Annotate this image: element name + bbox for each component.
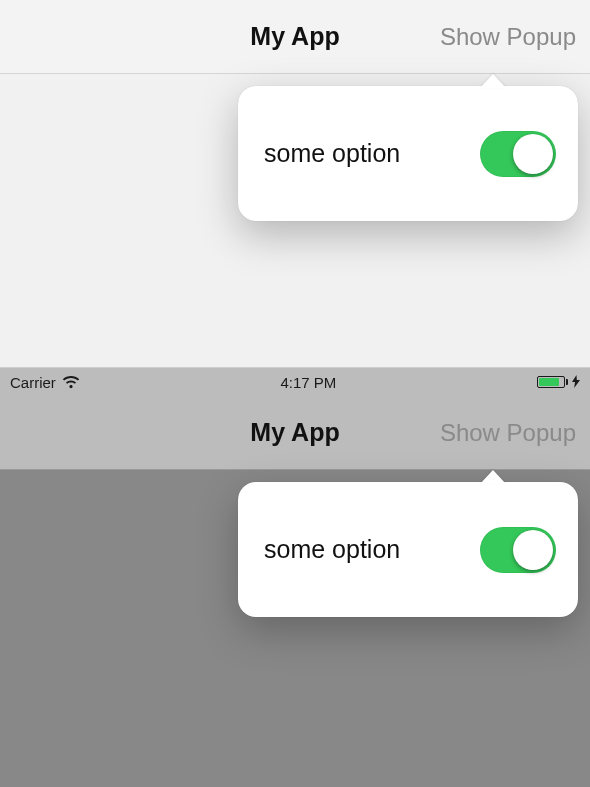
- popover: some option: [238, 482, 578, 617]
- nav-title: My App: [250, 418, 339, 447]
- navigation-bar: My App Show Popup: [0, 0, 590, 74]
- option-switch[interactable]: [480, 131, 556, 177]
- option-label: some option: [264, 139, 400, 168]
- battery-icon: [537, 376, 568, 388]
- nav-title: My App: [250, 22, 339, 51]
- screenshot-top: My App Show Popup some option: [0, 0, 590, 368]
- show-popup-button[interactable]: Show Popup: [440, 396, 576, 469]
- screenshot-bottom: Carrier 4:17 PM My App Show Popup some o…: [0, 368, 590, 787]
- option-switch[interactable]: [480, 527, 556, 573]
- switch-knob: [513, 134, 553, 174]
- show-popup-button[interactable]: Show Popup: [440, 0, 576, 73]
- option-label: some option: [264, 535, 400, 564]
- navigation-bar: My App Show Popup: [0, 396, 590, 470]
- charging-icon: [572, 374, 580, 391]
- status-bar: Carrier 4:17 PM: [0, 368, 590, 396]
- switch-knob: [513, 530, 553, 570]
- popover: some option: [238, 86, 578, 221]
- clock-label: 4:17 PM: [280, 374, 336, 391]
- carrier-label: Carrier: [10, 374, 56, 391]
- wifi-icon: [62, 376, 80, 389]
